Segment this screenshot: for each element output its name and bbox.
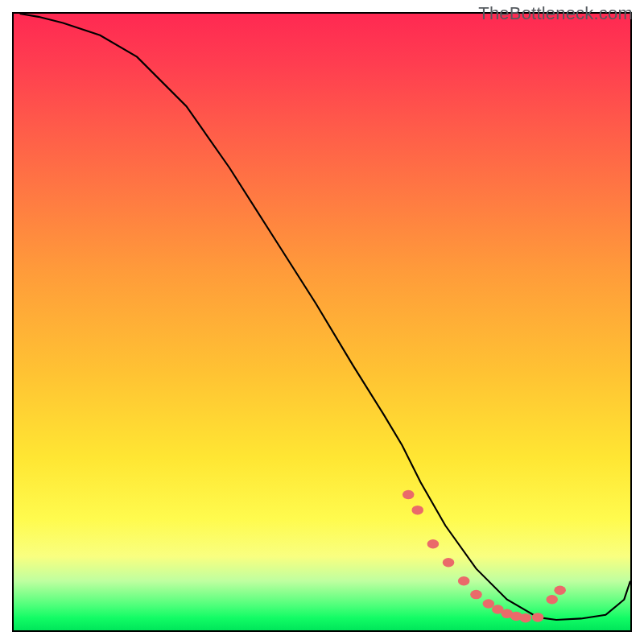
curve-markers	[402, 490, 566, 623]
curve-marker	[532, 613, 544, 621]
curve-marker	[483, 599, 495, 608]
curve-marker	[546, 595, 558, 604]
bottleneck-curve	[20, 14, 630, 620]
plot-area	[12, 12, 632, 632]
chart-frame: TheBottleneck.com	[0, 0, 644, 644]
curve-marker	[411, 506, 423, 514]
curve-marker	[554, 585, 566, 594]
curve-marker	[458, 576, 470, 585]
curve-marker	[443, 558, 455, 567]
curve-marker	[470, 590, 482, 599]
curve-marker	[427, 539, 440, 548]
curve-marker	[402, 490, 415, 499]
chart-svg	[14, 14, 630, 630]
curve-marker	[520, 613, 532, 622]
